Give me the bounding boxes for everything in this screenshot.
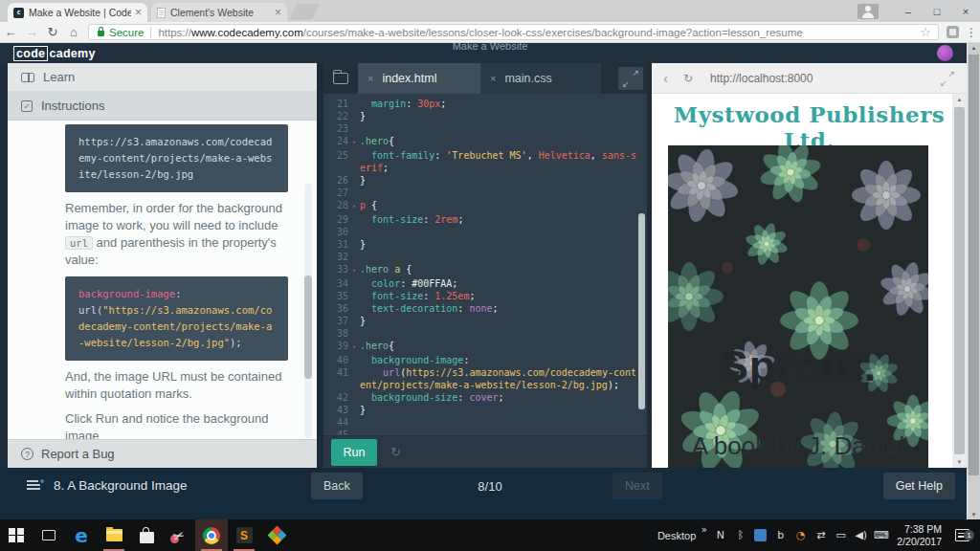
sync-clock-icon[interactable]: b — [770, 529, 791, 541]
run-button[interactable]: Run — [331, 439, 377, 466]
bluetooth-icon[interactable]: ᛒ — [730, 529, 750, 541]
notification-badge: 1 — [964, 530, 974, 540]
url-text[interactable]: https://www.codecademy.com/courses/make-… — [158, 27, 914, 38]
nvidia-icon[interactable]: N — [710, 529, 730, 541]
code-line[interactable]: 36 text-decoration: none; — [323, 302, 647, 315]
code-line[interactable]: 23 — [323, 122, 647, 135]
code-line[interactable]: 26} — [323, 174, 647, 187]
edge-icon[interactable]: e — [65, 519, 98, 551]
get-help-button[interactable]: Get Help — [883, 473, 955, 499]
tab-close-icon[interactable]: × — [490, 73, 496, 84]
code-line[interactable]: 24▾.hero{ — [323, 135, 647, 149]
preview-refresh-icon[interactable]: ↻ — [683, 72, 693, 85]
code-line[interactable]: 40 background-image: — [323, 354, 647, 366]
code-line[interactable]: 32 — [323, 251, 647, 263]
scrollbar-thumb[interactable] — [954, 107, 965, 454]
code-line[interactable]: 33▾.hero a { — [323, 263, 647, 277]
preview-url[interactable]: http://localhost:8000 — [710, 72, 813, 85]
code-line[interactable]: 28▾p { — [323, 199, 647, 213]
preview-back-icon[interactable]: ‹ — [663, 70, 668, 86]
app-diamond-icon[interactable] — [260, 519, 293, 551]
preview-scrollbar[interactable]: ▲ ▼ — [952, 94, 967, 468]
browser-tab-clements-website[interactable]: Clement's Website × — [151, 3, 287, 22]
next-button[interactable]: Next — [612, 473, 662, 499]
code-line[interactable]: 25 font-family: 'Trebuchet MS', Helvetic… — [323, 149, 647, 174]
browser-scrollbar[interactable]: ▲ ▼ — [967, 43, 980, 519]
back-button[interactable]: Back — [311, 473, 363, 499]
profile-icon[interactable] — [858, 4, 879, 19]
forward-icon[interactable]: → — [21, 25, 42, 39]
notification-center-icon[interactable]: 1 — [949, 529, 974, 541]
minimize-button[interactable]: – — [894, 6, 923, 17]
time: 7:38 PM — [904, 523, 942, 536]
scroll-up-icon[interactable]: ▲ — [952, 97, 967, 102]
power-plug-icon[interactable]: ▭ — [831, 529, 851, 541]
reset-icon[interactable]: ↻ — [390, 445, 401, 459]
code-line[interactable]: 35 font-size: 1.25em; — [323, 290, 647, 302]
tab-learn[interactable]: Learn — [8, 63, 317, 92]
bookmark-star-icon[interactable]: ☆ — [920, 25, 931, 39]
scrollbar-thumb[interactable] — [304, 276, 312, 379]
code-line[interactable]: 30 — [323, 226, 647, 238]
code-line[interactable]: 43} — [323, 404, 647, 416]
code-line[interactable]: 37} — [323, 315, 647, 327]
file-explorer-icon[interactable] — [98, 519, 130, 551]
store-icon[interactable] — [130, 519, 163, 551]
code-line[interactable]: 39▾.hero{ — [323, 340, 647, 354]
new-tab-button[interactable] — [289, 4, 320, 20]
desktop-label[interactable]: Desktop — [657, 530, 696, 541]
battery-meter-icon[interactable]: ◔ — [791, 529, 811, 541]
maximize-button[interactable]: □ — [923, 6, 951, 17]
instructions-paragraph: Click Run and notice the background imag… — [65, 410, 288, 439]
refresh-icon[interactable]: ↻ — [42, 25, 63, 39]
scrollbar-thumb[interactable] — [969, 55, 979, 475]
editor-tab-main-css[interactable]: × main.css — [480, 63, 601, 94]
editor-scrollbar[interactable] — [638, 213, 645, 409]
code-editor[interactable]: 21 margin: 30px;22}2324▾.hero{25 font-fa… — [323, 94, 647, 435]
chrome-icon[interactable] — [195, 519, 228, 551]
hidden-icons-chevron[interactable]: » — [698, 524, 710, 535]
scroll-down-icon[interactable]: ▼ — [968, 512, 980, 518]
snipping-tool-icon[interactable]: ✂ — [163, 519, 195, 551]
task-view-button[interactable] — [33, 519, 65, 551]
code-line[interactable]: 27 — [323, 187, 647, 199]
code-line[interactable]: 34 color: #00FFAA; — [323, 277, 647, 290]
taskbar-clock[interactable]: 7:38 PM 2/20/2017 — [897, 523, 942, 547]
code-line[interactable]: 29 font-size: 2rem; — [323, 213, 647, 226]
editor-tab-index-html[interactable]: × index.html — [358, 63, 480, 94]
editor-expand-icon[interactable]: ↗↙ — [618, 67, 643, 90]
code-line[interactable]: 38 — [323, 327, 647, 340]
browser-menu-icon[interactable]: ⋮ — [963, 26, 980, 39]
scroll-down-icon[interactable]: ▼ — [952, 459, 967, 465]
tab-close-icon[interactable]: × — [275, 6, 281, 19]
code-line[interactable]: 31} — [323, 238, 647, 251]
avatar[interactable] — [937, 45, 953, 61]
volume-icon[interactable]: ◀) — [851, 529, 871, 541]
close-button[interactable]: × — [951, 6, 980, 17]
back-icon[interactable]: ← — [0, 25, 21, 39]
browser-tab-make-a-website[interactable]: c Make a Website | Codec × — [8, 3, 147, 22]
code-line[interactable]: 41 url(https://s3.amazonaws.com/codecade… — [323, 366, 647, 391]
extension-icon[interactable] — [947, 26, 959, 38]
instructions-scrollbar[interactable] — [304, 184, 312, 438]
scroll-up-icon[interactable]: ▲ — [968, 45, 980, 51]
code-line[interactable]: 45 — [323, 429, 647, 435]
code-line[interactable]: 42 background-size: cover; — [323, 391, 647, 404]
folder-icon[interactable] — [333, 73, 348, 84]
secure-label[interactable]: Secure — [109, 27, 144, 38]
tab-instructions[interactable]: ✓ Instructions — [8, 92, 317, 121]
tab-close-icon[interactable]: × — [135, 6, 142, 19]
home-icon[interactable]: ⌂ — [63, 25, 84, 39]
code-line[interactable]: 21 margin: 30px; — [323, 98, 647, 110]
sublime-text-icon[interactable]: S — [228, 519, 260, 551]
intel-graphics-icon[interactable] — [754, 529, 767, 541]
url-bar[interactable]: Secure https://www.codecademy.com/course… — [88, 24, 939, 40]
code-line[interactable]: 22} — [323, 110, 647, 122]
preview-expand-icon[interactable]: ↗↙ — [936, 68, 959, 89]
start-button[interactable] — [0, 519, 33, 551]
network-arrows-icon[interactable]: ⇄ — [811, 529, 831, 541]
code-line[interactable]: 44 — [323, 416, 647, 429]
keyboard-icon[interactable]: ⌨ — [871, 529, 891, 541]
tab-close-icon[interactable]: × — [368, 73, 373, 84]
report-a-bug-button[interactable]: ? Report a Bug — [8, 439, 317, 468]
